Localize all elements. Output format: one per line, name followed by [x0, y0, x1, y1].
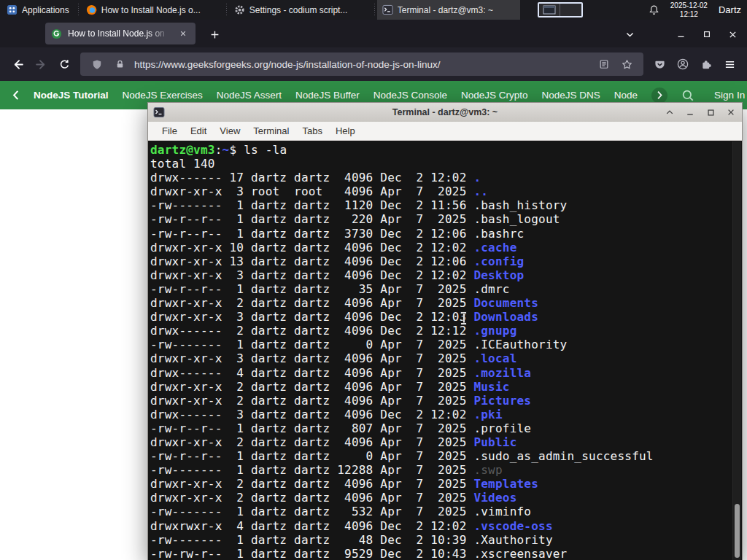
gfg-nav-item[interactable]: NodeJS Exercises	[123, 90, 203, 101]
terminal-line: drwx------ 4 dartz dartz 4096 Apr 7 2025…	[150, 366, 742, 380]
minimize-icon	[676, 30, 686, 39]
reader-view-icon[interactable]	[596, 56, 612, 72]
gfg-nav-item[interactable]: NodeJS Buffer	[295, 90, 360, 101]
applications-menu-button[interactable]: Applications	[0, 0, 76, 20]
menu-help[interactable]: Help	[329, 125, 362, 136]
puzzle-icon	[701, 59, 712, 70]
menu-button[interactable]	[718, 52, 741, 76]
terminal-line: drwx------ 17 dartz dartz 4096 Dec 2 12:…	[150, 171, 742, 184]
new-tab-button[interactable]	[206, 26, 223, 42]
terminal-shade-button[interactable]	[664, 106, 676, 118]
scrollbar-thumb[interactable]	[735, 504, 740, 558]
window-close-button[interactable]	[724, 28, 740, 41]
gfg-nav-item[interactable]: NodeJS Console	[374, 90, 447, 101]
panel-separator	[78, 4, 79, 17]
menu-file[interactable]: File	[155, 125, 184, 136]
lock-icon[interactable]	[112, 56, 128, 72]
clock-date: 2025-12-02	[670, 1, 708, 10]
terminal-line: -rw------- 1 dartz dartz 48 Dec 2 10:39 …	[150, 533, 742, 547]
window-minimize-button[interactable]	[673, 28, 689, 41]
chevron-up-icon	[665, 108, 674, 117]
menu-view[interactable]: View	[213, 125, 247, 136]
terminal-line: -rw-r--r-- 1 dartz dartz 0 Apr 7 2025 .s…	[150, 449, 742, 463]
url-text: https://www.geeksforgeeks.org/node-js/in…	[134, 59, 589, 70]
terminal-line: drwxr-xr-x 2 dartz dartz 4096 Apr 7 2025…	[150, 435, 742, 449]
terminal-icon	[382, 4, 393, 15]
url-bar[interactable]: https://www.geeksforgeeks.org/node-js/in…	[80, 52, 643, 76]
tracking-shield-icon[interactable]	[89, 56, 105, 72]
forward-button[interactable]	[29, 52, 53, 76]
terminal-line: -rw-r--r-- 1 dartz dartz 35 Apr 7 2025 .…	[150, 282, 742, 296]
extensions-button[interactable]	[694, 52, 718, 76]
terminal-line: total 140	[150, 157, 742, 171]
terminal-line: drwx------ 2 dartz dartz 4096 Dec 2 12:1…	[150, 324, 742, 338]
maximize-icon	[703, 30, 711, 39]
menu-terminal[interactable]: Terminal	[247, 125, 295, 136]
terminal-line: drwx------ 3 dartz dartz 4096 Dec 2 12:0…	[150, 408, 742, 421]
terminal-window: Terminal - dartz@vm3: ~ File Edit View T…	[147, 102, 743, 560]
window-maximize-button[interactable]	[699, 28, 715, 41]
panel-user-label[interactable]: Dartz	[719, 4, 741, 15]
terminal-window-controls	[664, 106, 737, 118]
panel-clock[interactable]: 2025-12-02 12:12	[670, 1, 708, 18]
task-title: Settings - codium script...	[249, 5, 367, 15]
gfg-nav-item[interactable]: NodeJS Crypto	[461, 90, 528, 101]
terminal-output[interactable]: dartz@vm3:~$ ls -latotal 140drwx------ 1…	[148, 141, 742, 560]
account-icon	[677, 58, 689, 70]
taskbar-item-settings[interactable]: Settings - codium script...	[229, 0, 372, 20]
terminal-maximize-button[interactable]	[705, 106, 716, 118]
hamburger-icon	[724, 59, 735, 70]
terminal-line: -rw------- 1 dartz dartz 0 Apr 7 2025 .I…	[150, 338, 742, 351]
workspace-active[interactable]	[539, 4, 560, 16]
sign-in-button[interactable]: Sign In	[714, 90, 745, 101]
menu-edit[interactable]: Edit	[184, 125, 213, 136]
terminal-line: drwxr-xr-x 10 dartz dartz 4096 Dec 2 12:…	[150, 241, 742, 254]
task-title: How to Install Node.js o...	[101, 5, 219, 15]
terminal-scrollbar[interactable]	[732, 141, 741, 560]
bookmark-star-icon[interactable]	[619, 56, 635, 72]
plus-icon	[210, 30, 220, 39]
browser-tab[interactable]: How to Install Node.js on	[45, 23, 196, 44]
menu-tabs[interactable]: Tabs	[295, 125, 328, 136]
taskbar-item-firefox[interactable]: How to Install Node.js o...	[81, 0, 224, 20]
tab-close-icon[interactable]	[177, 27, 190, 40]
list-all-tabs-button[interactable]	[622, 28, 638, 41]
terminal-close-button[interactable]	[725, 106, 737, 118]
account-button[interactable]	[671, 52, 694, 76]
terminal-title: Terminal - dartz@vm3: ~	[148, 107, 742, 117]
nav-scroll-right-button[interactable]	[651, 88, 667, 104]
forward-arrow-icon	[35, 58, 47, 71]
gear-icon	[234, 4, 245, 15]
terminal-title-bar[interactable]: Terminal - dartz@vm3: ~	[148, 103, 742, 122]
gfg-nav-item[interactable]: NodeJS Assert	[217, 90, 282, 101]
gfg-bar-right: Sign In	[681, 89, 747, 102]
close-icon	[727, 108, 735, 117]
taskbar-item-terminal[interactable]: Terminal - dartz@vm3: ~	[377, 0, 520, 20]
applications-label: Applications	[22, 5, 69, 15]
gfg-nav-item[interactable]: NodeJS Tutorial	[34, 90, 109, 101]
gfg-nav-item[interactable]: Node	[614, 90, 638, 101]
workspace-2[interactable]	[560, 4, 581, 16]
mini-window-icon	[543, 5, 556, 15]
clock-time: 12:12	[680, 10, 698, 19]
nav-chevron-left-icon[interactable]	[12, 90, 20, 101]
pocket-button[interactable]	[648, 52, 671, 76]
terminal-line: -rw------- 1 dartz dartz 1120 Dec 2 11:5…	[150, 198, 742, 212]
panel-separator	[226, 4, 227, 17]
firefox-icon	[86, 4, 97, 15]
terminal-minimize-button[interactable]	[684, 106, 696, 118]
terminal-line: -rw-r--r-- 1 dartz dartz 807 Apr 7 2025 …	[150, 421, 742, 435]
gfg-nav-item[interactable]: NodeJS DNS	[542, 90, 600, 101]
reload-button[interactable]	[53, 52, 76, 76]
back-button[interactable]	[6, 52, 29, 76]
search-icon[interactable]	[681, 89, 694, 102]
back-arrow-icon	[12, 58, 24, 71]
terminal-line: drwxr-xr-x 3 root root 4096 Apr 7 2025 .…	[150, 184, 742, 198]
workspace-switcher[interactable]	[538, 2, 583, 18]
terminal-line: drwxr-xr-x 2 dartz dartz 4096 Apr 7 2025…	[150, 394, 742, 408]
bell-icon[interactable]	[649, 4, 659, 15]
pocket-icon	[654, 59, 665, 70]
applications-icon	[7, 4, 18, 15]
panel-separator	[374, 4, 375, 17]
tab-bar: How to Install Node.js on	[0, 20, 747, 47]
